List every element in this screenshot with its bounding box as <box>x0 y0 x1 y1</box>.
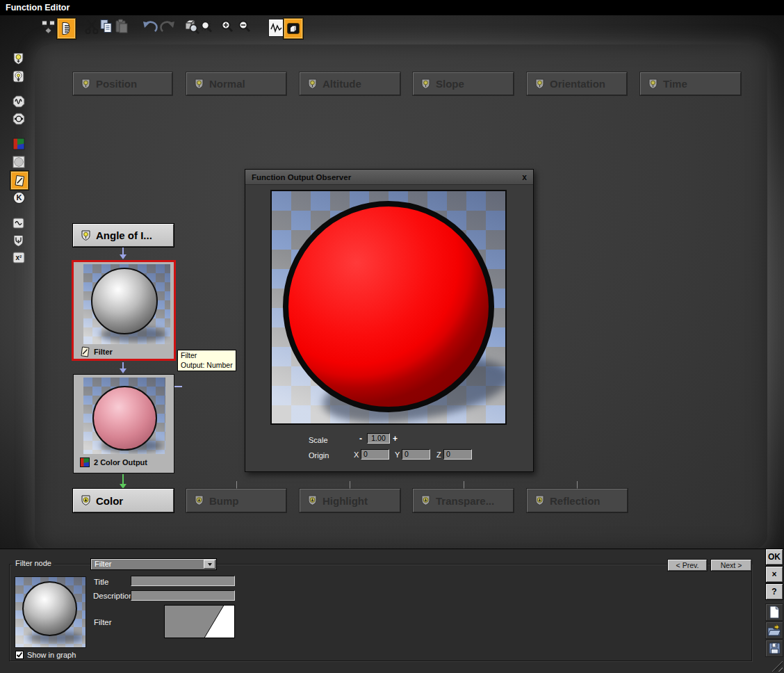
help-button[interactable]: ? <box>765 583 783 600</box>
undo-icon[interactable] <box>142 20 158 34</box>
wave-node-icon[interactable] <box>13 218 24 229</box>
shield-output-icon <box>195 495 204 506</box>
angle-of-incidence-node[interactable]: Angle of I... <box>73 224 174 247</box>
input-node-label: Position <box>96 78 137 90</box>
connector-stub <box>236 481 237 489</box>
color-node-preview <box>83 378 165 454</box>
filter-node-icon[interactable] <box>10 171 28 190</box>
node-type-dropdown[interactable]: Filter <box>90 558 217 570</box>
paste-icon[interactable] <box>114 19 129 34</box>
ok-button[interactable]: OK <box>765 549 783 565</box>
output-node-icon[interactable] <box>13 234 24 248</box>
save-disk-icon <box>769 642 781 654</box>
input-node-altitude[interactable]: Altitude <box>300 72 400 95</box>
node-layout-icon[interactable] <box>41 19 56 34</box>
input-node-slope[interactable]: Slope <box>413 72 514 95</box>
open-file-button[interactable] <box>765 622 783 639</box>
output-node-reflection[interactable]: Reflection <box>527 489 628 512</box>
input-node-icon[interactable] <box>13 52 24 65</box>
filter-node[interactable]: Filter <box>72 260 176 361</box>
zoom-out-icon[interactable] <box>238 19 252 33</box>
filter-node-preview <box>83 264 170 344</box>
next-button[interactable]: Next > <box>711 560 751 571</box>
zoom-region-icon[interactable] <box>199 18 215 35</box>
shield-input-icon <box>195 79 204 90</box>
shield-input-icon <box>81 79 90 90</box>
filter-curve-editor[interactable] <box>164 605 235 641</box>
description-field[interactable] <box>131 590 235 601</box>
connector-blue-arrowhead <box>120 254 126 259</box>
origin-z-label: Z <box>436 451 441 459</box>
redo-icon[interactable] <box>159 20 176 34</box>
two-color-output-node[interactable]: 2 Color Output <box>73 374 174 473</box>
connector-blue-stub <box>174 386 182 387</box>
input-node-position[interactable]: Position <box>73 72 172 95</box>
title-field[interactable] <box>131 576 235 586</box>
rgb-color-node-icon[interactable] <box>13 138 25 150</box>
shield-input-icon <box>81 230 90 241</box>
input-node-orientation[interactable]: Orientation <box>527 72 627 95</box>
copy-icon[interactable] <box>99 19 113 34</box>
connector-green-arrowhead <box>120 484 126 489</box>
observer-window-button[interactable] <box>284 18 303 39</box>
observer-titlebar[interactable]: Function Output Observer x <box>245 170 533 185</box>
preview-window-icon[interactable] <box>268 19 284 37</box>
output-node-transparency[interactable]: Transpare... <box>413 489 514 512</box>
scale-minus-button[interactable]: - <box>359 434 362 444</box>
math-node-icon[interactable]: x² <box>13 252 25 263</box>
scale-plus-button[interactable]: + <box>393 434 398 444</box>
output-node-label: Reflection <box>550 495 601 507</box>
show-in-graph-checkbox[interactable] <box>15 651 24 659</box>
shield-input-icon <box>308 79 317 90</box>
zoom-in-icon[interactable] <box>220 19 234 33</box>
svg-text:K: K <box>17 193 22 202</box>
input-node-normal[interactable]: Normal <box>186 72 286 95</box>
connector-blue-line <box>122 362 124 368</box>
shield-input-icon <box>535 79 544 90</box>
output-node-label: Highlight <box>322 495 368 507</box>
observer-close-icon[interactable]: x <box>522 172 527 182</box>
shield-input-icon <box>648 79 658 90</box>
input-circle-node-icon[interactable] <box>13 70 24 83</box>
node-type-value: Filter <box>95 560 111 568</box>
output-node-color[interactable]: Color <box>73 489 174 512</box>
save-button[interactable] <box>765 640 783 657</box>
tooltip-line1: Filter <box>181 351 233 361</box>
connector-blue-arrowhead <box>120 368 126 373</box>
observer-title: Function Output Observer <box>252 173 351 181</box>
show-in-graph-label: Show in graph <box>27 651 76 659</box>
output-node-highlight[interactable]: Highlight <box>300 489 400 512</box>
observer-preview <box>270 190 507 425</box>
filter-curve-label: Filter <box>94 618 112 626</box>
output-node-bump[interactable]: Bump <box>186 489 286 512</box>
connector-stub <box>350 481 350 489</box>
new-document-button[interactable] <box>765 603 783 621</box>
origin-x-field[interactable]: 0 <box>361 449 389 460</box>
cut-icon[interactable] <box>85 19 99 35</box>
dropdown-arrow-icon[interactable] <box>204 560 215 569</box>
constant-node-icon[interactable]: K <box>13 191 26 204</box>
noise-node-icon[interactable] <box>13 95 25 108</box>
output-node-label: Transpare... <box>436 495 494 507</box>
prev-button[interactable]: < Prev. <box>668 560 707 571</box>
rgb-color-icon <box>80 457 90 467</box>
input-node-time[interactable]: Time <box>640 72 741 95</box>
scale-value-field[interactable]: 1.00 <box>367 433 390 444</box>
red-sphere <box>283 201 494 412</box>
input-node-label: Slope <box>436 78 464 90</box>
spline-node-icon[interactable] <box>13 113 25 125</box>
blend-node-icon[interactable] <box>13 156 25 168</box>
shield-input-icon <box>421 79 430 90</box>
cancel-button[interactable]: × <box>765 566 783 583</box>
origin-x-label: X <box>354 451 359 459</box>
connector-stub <box>464 481 464 489</box>
zoom-object-icon[interactable] <box>184 18 200 35</box>
function-output-observer-window: Function Output Observer x Scale - 1.00 … <box>245 169 534 472</box>
origin-z-field[interactable]: 0 <box>443 449 472 460</box>
show-panel-button[interactable] <box>57 18 76 39</box>
groupbox-label: Filter node <box>13 559 54 567</box>
input-node-label: Altitude <box>322 78 361 90</box>
gray-sphere <box>22 581 77 636</box>
origin-y-field[interactable]: 0 <box>402 449 430 460</box>
svg-text:x²: x² <box>16 254 23 261</box>
